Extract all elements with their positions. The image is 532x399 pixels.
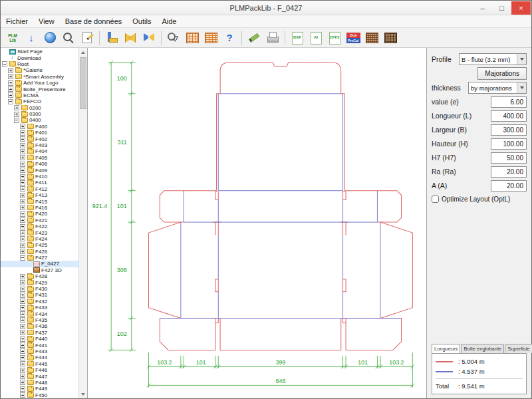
optimize-layout-checkbox[interactable]: [432, 196, 439, 203]
expand-icon[interactable]: [20, 330, 25, 335]
search-button[interactable]: [60, 29, 77, 47]
globe-button[interactable]: [41, 29, 59, 47]
profile-button[interactable]: [103, 29, 120, 47]
imposition-1-button[interactable]: [184, 29, 201, 47]
tree-item-f427[interactable]: F427: [1, 255, 78, 261]
tree-item-f402[interactable]: F402: [1, 136, 78, 142]
expand-icon[interactable]: [20, 162, 25, 167]
collapse-icon[interactable]: [20, 255, 25, 261]
menu-item-outils[interactable]: Outils: [127, 16, 156, 27]
scroll-track[interactable]: [79, 110, 87, 390]
help-button[interactable]: ?: [221, 29, 238, 47]
tree-item-f435[interactable]: F435: [1, 317, 78, 323]
expand-icon[interactable]: [20, 143, 25, 148]
expand-icon[interactable]: [20, 224, 25, 229]
longueur-field[interactable]: [491, 110, 527, 122]
tree-item-f427-3d[interactable]: F427 3D: [1, 267, 78, 273]
expand-icon[interactable]: [20, 386, 25, 392]
expand-icon[interactable]: [20, 274, 25, 279]
expand-icon[interactable]: [20, 348, 25, 354]
tree-item-f425[interactable]: F425: [1, 242, 78, 248]
expand-icon[interactable]: [8, 80, 13, 86]
tree-item-f429[interactable]: F429: [1, 279, 78, 285]
expand-icon[interactable]: [14, 105, 19, 110]
expand-icon[interactable]: [20, 174, 25, 180]
tree-item-f416[interactable]: F416: [1, 205, 78, 211]
expand-icon[interactable]: [8, 92, 13, 98]
tree-item-f441[interactable]: F441: [1, 342, 78, 348]
drawing-canvas[interactable]: 100 311 101 308 102 921.4 103.2 101 399 …: [88, 48, 426, 398]
expand-icon[interactable]: [20, 305, 25, 311]
tree-item-f426[interactable]: F426: [1, 249, 78, 255]
tree-item-f444[interactable]: F444: [1, 354, 78, 360]
tree-item-0300[interactable]: 0300: [1, 111, 78, 117]
collapse-icon[interactable]: [8, 99, 13, 104]
parametric-button[interactable]: [122, 29, 139, 47]
tree-item-f404[interactable]: F404: [1, 148, 78, 154]
menu-item-fichier[interactable]: Fichier: [1, 16, 33, 27]
close-button[interactable]: ×: [511, 1, 531, 15]
tree-item-fefco[interactable]: FEFCO: [1, 98, 78, 104]
expand-icon[interactable]: [20, 168, 25, 173]
expand-icon[interactable]: [14, 112, 19, 117]
expand-icon[interactable]: [20, 124, 25, 129]
tree-item-0400[interactable]: 0400: [1, 117, 78, 123]
expand-icon[interactable]: [20, 336, 25, 342]
tree-item-root[interactable]: Root: [1, 61, 78, 67]
texture-2-button[interactable]: [382, 29, 399, 47]
tree-item--smart-assembly[interactable]: *Smart Assembly: [1, 74, 78, 80]
title-bar[interactable]: PLMPackLib - F_0427 – □ ×: [1, 1, 531, 15]
thickness-select[interactable]: by majorations: [468, 82, 527, 94]
tree-item-f400[interactable]: F400: [1, 124, 78, 130]
download-button[interactable]: ↓: [23, 29, 40, 47]
tree-item-f422[interactable]: F422: [1, 223, 78, 229]
tree-item-f443[interactable]: F443: [1, 348, 78, 354]
ra-field[interactable]: [491, 166, 527, 178]
expand-icon[interactable]: [20, 311, 25, 317]
tree-item-f420[interactable]: F420: [1, 211, 78, 217]
expand-icon[interactable]: [20, 342, 25, 348]
expand-icon[interactable]: [20, 374, 25, 379]
expand-icon[interactable]: [20, 392, 25, 398]
export-cff2-button[interactable]: CFF2: [326, 29, 343, 47]
expand-icon[interactable]: [20, 230, 25, 235]
expand-icon[interactable]: [20, 211, 25, 217]
collapse-icon[interactable]: [2, 61, 7, 66]
oce-procal-button[interactable]: OcéProCal: [344, 29, 362, 47]
tree-item-f437[interactable]: F437: [1, 330, 78, 336]
tree-item-f447[interactable]: F447: [1, 373, 78, 379]
tree-item-f411[interactable]: F411: [1, 180, 78, 186]
texture-1-button[interactable]: [363, 29, 380, 47]
maximize-button[interactable]: □: [492, 1, 511, 15]
expand-icon[interactable]: [20, 249, 25, 254]
expand-icon[interactable]: [20, 199, 25, 204]
mirror-button[interactable]: [140, 29, 158, 47]
expand-icon[interactable]: [20, 287, 25, 292]
tree-item-f446[interactable]: F446: [1, 367, 78, 373]
expand-icon[interactable]: [20, 149, 25, 154]
tree-item-boite-presentoire[interactable]: Boite_Presentoire: [1, 86, 78, 92]
expand-icon[interactable]: [20, 193, 25, 198]
tree-item-f431[interactable]: F431: [1, 292, 78, 298]
menu-item-base-de-donn-es[interactable]: Base de données: [60, 16, 128, 27]
tree-item-f424[interactable]: F424: [1, 236, 78, 242]
expand-icon[interactable]: [20, 243, 25, 248]
tree-item-f-0427[interactable]: F_0427: [1, 261, 78, 267]
tree-item-f440[interactable]: F440: [1, 336, 78, 342]
expand-icon[interactable]: [8, 68, 13, 73]
expand-icon[interactable]: [20, 361, 25, 366]
tree-item-f436[interactable]: F436: [1, 323, 78, 329]
expand-icon[interactable]: [20, 293, 25, 298]
expand-icon[interactable]: [20, 324, 25, 329]
imposition-2-button[interactable]: [202, 29, 219, 47]
tree-item-f412[interactable]: F412: [1, 186, 78, 192]
tree-item-f434[interactable]: F434: [1, 311, 78, 317]
tree-item-f410[interactable]: F410: [1, 174, 78, 180]
largeur-field[interactable]: [491, 124, 527, 136]
expand-icon[interactable]: [20, 317, 25, 323]
menu-item-aide[interactable]: Aide: [156, 16, 182, 27]
tab-longueurs[interactable]: Longueurs: [432, 344, 460, 353]
a-field[interactable]: [491, 180, 527, 192]
tree-item-f445[interactable]: F445: [1, 361, 78, 367]
tree-item-f401[interactable]: F401: [1, 130, 78, 136]
